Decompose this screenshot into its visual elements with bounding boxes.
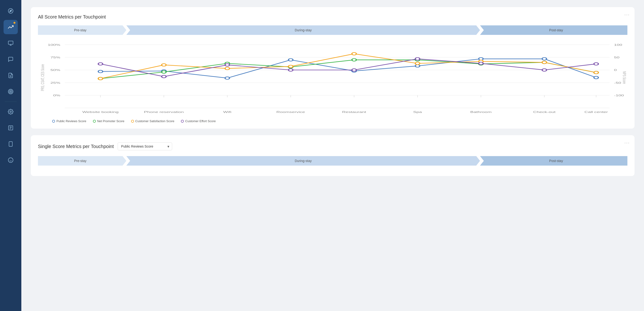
svg-text:0%: 0%: [53, 94, 60, 97]
svg-point-89: [479, 62, 483, 65]
single-score-header: Single Score Metrics per Touchpoint Publ…: [38, 142, 628, 150]
sidebar-item-compass[interactable]: [4, 4, 18, 18]
sidebar-item-tasks[interactable]: [4, 121, 18, 135]
single-score-section: Single Score Metrics per Touchpoint Publ…: [31, 135, 634, 176]
svg-point-83: [98, 63, 103, 65]
svg-point-78: [352, 53, 356, 55]
svg-text:Website booking: Website booking: [82, 111, 118, 114]
svg-point-86: [288, 69, 293, 71]
svg-point-75: [162, 64, 166, 66]
svg-text:Bathroom: Bathroom: [470, 111, 492, 114]
svg-text:Restaurant: Restaurant: [342, 111, 366, 114]
svg-text:50: 50: [614, 56, 620, 59]
sidebar-item-chat[interactable]: [4, 52, 18, 66]
sidebar: [0, 0, 21, 311]
svg-point-56: [98, 70, 103, 73]
sidebar-item-goals[interactable]: [4, 85, 18, 99]
phase-bar-all: Pre-stay During-stay Post-stay: [38, 25, 628, 35]
svg-text:0: 0: [614, 69, 617, 72]
main-content: All Score Metrics per Touchpoint ··· Pre…: [21, 0, 644, 311]
svg-point-79: [415, 62, 420, 65]
sidebar-item-mobile[interactable]: [4, 137, 18, 151]
phase-bar-single: Pre-stay During-stay Post-stay: [38, 156, 628, 166]
svg-text:Call center: Call center: [584, 111, 608, 114]
legend-ces: Customer Effort Score: [181, 119, 216, 123]
svg-point-69: [352, 59, 356, 61]
svg-point-64: [594, 76, 598, 79]
chart-legend: Public Reviews Score Net Promoter Score …: [38, 119, 628, 123]
svg-point-77: [288, 65, 293, 68]
svg-text:Wifi: Wifi: [223, 111, 232, 114]
single-phase-poststay: Post-stay: [480, 156, 628, 166]
svg-point-82: [594, 71, 598, 74]
score-dropdown[interactable]: Public Reviews Score Net Promoter Score …: [118, 142, 172, 150]
legend-dot-ces: [181, 120, 184, 123]
svg-point-63: [542, 58, 546, 60]
svg-text:-50: -50: [614, 81, 621, 84]
svg-point-85: [225, 64, 230, 66]
legend-dot-nps: [93, 120, 96, 123]
svg-point-74: [98, 77, 103, 80]
sidebar-divider: [5, 102, 16, 102]
sidebar-item-reports[interactable]: [4, 68, 18, 83]
svg-point-84: [162, 75, 166, 78]
svg-point-8: [9, 90, 12, 93]
legend-nps: Net Promoter Score: [93, 119, 124, 123]
svg-point-58: [225, 77, 230, 80]
all-score-more-button[interactable]: ···: [624, 12, 630, 17]
svg-point-87: [352, 69, 356, 71]
legend-dot-csat: [131, 120, 134, 123]
all-score-title: All Score Metrics per Touchpoint: [38, 14, 628, 20]
svg-point-91: [594, 63, 598, 65]
legend-dot-prs: [52, 120, 55, 123]
single-phase-duringstay: During-stay: [126, 156, 480, 166]
legend-csat: Customer Satisfaction Score: [131, 119, 174, 123]
single-phase-prestay: Pre-stay: [38, 156, 126, 166]
svg-point-66: [162, 71, 166, 73]
svg-point-61: [415, 65, 420, 67]
legend-prs: Public Reviews Score: [52, 119, 86, 123]
svg-marker-1: [10, 10, 12, 12]
svg-point-90: [542, 69, 546, 71]
svg-text:Check-out: Check-out: [533, 111, 556, 114]
svg-text:Phone reservation: Phone reservation: [144, 111, 184, 114]
svg-text:Roomservice: Roomservice: [276, 111, 305, 114]
sidebar-item-contacts[interactable]: [4, 36, 18, 50]
svg-point-88: [415, 58, 420, 60]
svg-text:100%: 100%: [48, 43, 60, 46]
sidebar-item-analytics[interactable]: [4, 20, 18, 34]
svg-point-10: [10, 111, 12, 112]
svg-point-81: [542, 61, 546, 64]
svg-text:25%: 25%: [50, 81, 60, 84]
svg-point-17: [8, 158, 13, 162]
svg-text:NPS Score: NPS Score: [622, 71, 627, 84]
all-score-section: All Score Metrics per Touchpoint ··· Pre…: [31, 7, 634, 129]
svg-text:75%: 75%: [50, 56, 60, 59]
phase-prestay: Pre-stay: [38, 25, 126, 35]
svg-point-76: [225, 67, 230, 70]
single-score-more-button[interactable]: ···: [624, 140, 630, 145]
svg-text:Spa: Spa: [413, 111, 422, 114]
all-score-chart: 100% 75% 50% 25% 0% 100 50 0 -50 -100 PR…: [38, 40, 628, 116]
svg-text:-100: -100: [614, 94, 624, 97]
svg-text:100: 100: [614, 43, 622, 46]
single-score-title: Single Score Metrics per Touchpoint: [38, 144, 114, 149]
phase-poststay: Post-stay: [480, 25, 628, 35]
svg-point-59: [288, 59, 293, 61]
phase-duringstay: During-stay: [126, 25, 480, 35]
chart-svg: 100% 75% 50% 25% 0% 100 50 0 -50 -100 PR…: [38, 40, 628, 116]
svg-text:PRS, CSAT, CES Score: PRS, CSAT, CES Score: [40, 64, 45, 91]
sidebar-item-feedback[interactable]: [4, 153, 18, 167]
svg-point-62: [479, 58, 483, 60]
svg-rect-2: [8, 41, 13, 44]
svg-text:50%: 50%: [50, 69, 60, 72]
svg-point-9: [10, 91, 11, 92]
score-dropdown-wrapper: Public Reviews Score Net Promoter Score …: [118, 142, 172, 150]
sidebar-item-settings[interactable]: [4, 105, 18, 119]
